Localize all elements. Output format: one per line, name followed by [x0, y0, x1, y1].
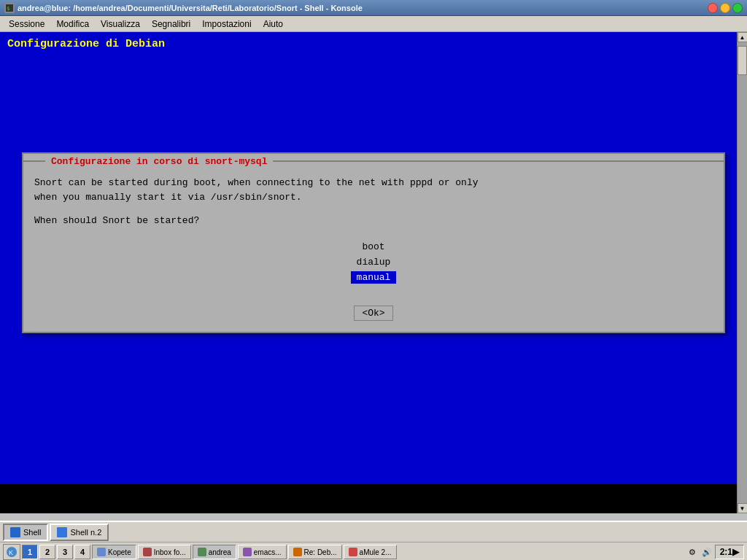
terminal-area: Configurazione di Debian Configurazione … — [0, 32, 747, 513]
title-bar-left: $ andrea@blue: /home/andrea/Documenti/Un… — [4, 3, 363, 13]
terminal-scrollbar[interactable]: ▲ ▼ — [737, 32, 747, 513]
window-title: andrea@blue: /home/andrea/Documenti/Univ… — [18, 4, 363, 12]
scrollbar-track[interactable] — [738, 42, 747, 503]
close-button[interactable] — [708, 3, 718, 13]
amule-label: aMule 2... — [360, 548, 392, 556]
kopete-label: Kopete — [108, 548, 131, 556]
option-boot[interactable]: boot — [356, 241, 390, 253]
system-tray: ⚙ 🔊 2:1▶ — [686, 545, 744, 559]
pager-3-button[interactable]: 3 — [57, 545, 73, 559]
minimize-button[interactable] — [720, 3, 730, 13]
clock: 2:1▶ — [715, 545, 744, 559]
emacs-label: emacs... — [254, 548, 282, 556]
kde-start-icon[interactable]: K — [3, 544, 20, 560]
menu-aiuto[interactable]: Aiuto — [258, 18, 289, 31]
svg-text:$: $ — [7, 6, 9, 12]
redebian-label: Re: Deb... — [304, 548, 337, 556]
border-left — [23, 160, 45, 162]
window-controls — [708, 3, 743, 13]
amule-icon — [349, 548, 357, 556]
terminal-icon: $ — [4, 3, 15, 13]
taskbar: Shell Shell n.2 K 1 2 3 4 Kopete Inbox f… — [0, 521, 747, 560]
dialog-title-text: Configurazione in corso di snort-mysql — [45, 156, 273, 167]
taskbar-shell2-button[interactable]: Shell n.2 — [50, 524, 109, 541]
andrea-icon — [198, 548, 206, 556]
menu-impostazioni[interactable]: Impostazioni — [196, 18, 257, 31]
amule-button[interactable]: aMule 2... — [344, 545, 397, 559]
dialog-description: Snort can be started during boot, when c… — [34, 176, 713, 204]
taskbar-top: Shell Shell n.2 — [0, 522, 747, 542]
pager-2-button[interactable]: 2 — [39, 545, 55, 559]
ok-button[interactable]: <Ok> — [354, 306, 392, 321]
scroll-up-arrow[interactable]: ▲ — [738, 32, 748, 42]
border-right — [273, 160, 724, 162]
shell-icon — [10, 527, 20, 537]
dialog-question: When should Snort be started? — [34, 215, 713, 226]
redebian-icon — [293, 548, 302, 556]
ok-button-area: <Ok> — [34, 306, 713, 321]
scroll-down-arrow[interactable]: ▼ — [738, 503, 748, 513]
shell-label: Shell — [23, 528, 41, 537]
pager-1-button[interactable]: 1 — [22, 545, 38, 559]
menu-segnalibri[interactable]: Segnalibri — [146, 18, 196, 31]
emacs-icon — [243, 548, 252, 556]
shell2-icon — [57, 527, 67, 537]
options-list: boot dialup manual — [34, 241, 713, 284]
title-bar: $ andrea@blue: /home/andrea/Documenti/Un… — [0, 0, 747, 16]
config-dialog: Configurazione in corso di snort-mysql S… — [22, 152, 725, 333]
tray-icon-1[interactable]: ⚙ — [686, 545, 699, 559]
taskbar-bottom: K 1 2 3 4 Kopete Inbox fo... andrea emac… — [0, 542, 747, 560]
option-dialup[interactable]: dialup — [351, 256, 397, 268]
menu-bar: Sessione Modifica Visualizza Segnalibri … — [0, 16, 747, 32]
pager-4-button[interactable]: 4 — [74, 545, 90, 559]
andrea-label: andrea — [209, 548, 231, 556]
description-line1: Snort can be started during boot, when c… — [34, 177, 479, 188]
maximize-button[interactable] — [732, 3, 743, 13]
menu-visualizza[interactable]: Visualizza — [95, 18, 146, 31]
dialog-body: Snort can be started during boot, when c… — [23, 168, 724, 332]
svg-text:K: K — [9, 549, 13, 556]
tray-icon-2[interactable]: 🔊 — [700, 545, 713, 559]
inbox-button[interactable]: Inbox fo... — [138, 545, 191, 559]
menu-sessione[interactable]: Sessione — [3, 18, 50, 31]
option-manual[interactable]: manual — [351, 271, 397, 284]
kopete-button[interactable]: Kopete — [92, 545, 136, 559]
menu-modifica[interactable]: Modifica — [50, 18, 95, 31]
inbox-icon — [143, 548, 152, 556]
terminal-bottom-strip — [0, 484, 737, 513]
scrollbar-thumb[interactable] — [738, 46, 747, 75]
andrea-button[interactable]: andrea — [193, 545, 236, 559]
terminal-header-text: Configurazione di Debian — [0, 32, 747, 56]
emacs-button[interactable]: emacs... — [238, 545, 287, 559]
taskbar-shell-button[interactable]: Shell — [3, 524, 48, 541]
redebian-button[interactable]: Re: Deb... — [288, 545, 342, 559]
description-line2: when you manually start it via /usr/sbin… — [34, 192, 302, 203]
dialog-title-bar: Configurazione in corso di snort-mysql — [23, 154, 724, 168]
shell2-label: Shell n.2 — [70, 528, 101, 537]
inbox-label: Inbox fo... — [154, 548, 186, 556]
kopete-icon — [97, 548, 106, 556]
